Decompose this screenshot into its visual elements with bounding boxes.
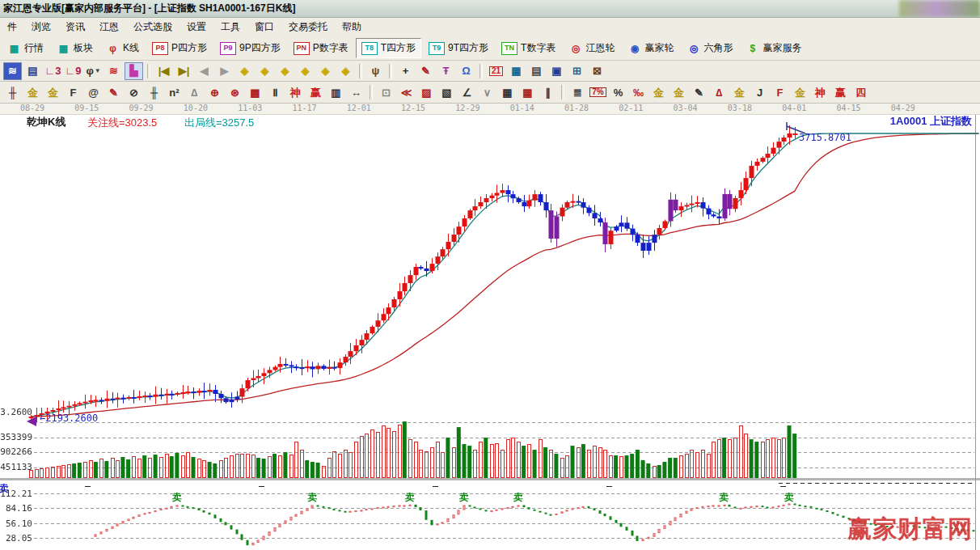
shen-tool-icon[interactable]: 神 — [286, 83, 305, 101]
copy-icon[interactable]: ⊞ — [568, 62, 586, 80]
toolbar-button-六角形[interactable]: ◎六角形 — [681, 38, 738, 58]
stats-panel-icon[interactable]: ≣ — [568, 83, 587, 101]
pencil-ruler-icon[interactable]: ✎ — [104, 83, 123, 101]
toolbar-button-T四方形[interactable]: T8T四方形 — [356, 38, 421, 58]
double-tick-icon[interactable]: Ⅱ — [266, 83, 285, 101]
toolbar-button-江恩轮[interactable]: ◎江恩轮 — [563, 38, 620, 58]
fan-box2-icon[interactable]: ▧ — [437, 83, 456, 101]
wave9-icon[interactable]: ∟9 — [64, 62, 82, 80]
spiderweb-icon[interactable]: ⊛ — [226, 83, 244, 101]
overview-icon[interactable]: ≋ — [3, 62, 22, 80]
win-tool-icon[interactable]: 赢 — [306, 83, 325, 101]
toolbar-button-9P四方形[interactable]: P99P四方形 — [214, 38, 286, 58]
percent7-icon[interactable]: 7% — [589, 83, 607, 101]
parallel-lines-icon[interactable]: ∥ — [539, 83, 557, 101]
diamond-star-icon[interactable]: ◈ — [316, 62, 335, 80]
percent-icon[interactable]: % — [609, 83, 627, 101]
j-angle-icon[interactable]: J — [750, 83, 769, 101]
prev-icon[interactable]: ◀ — [195, 62, 213, 80]
fibonacci-icon[interactable]: F — [64, 83, 82, 101]
diamond-center-icon[interactable]: ◈ — [296, 62, 315, 80]
shen-angle-icon[interactable]: 神 — [811, 83, 830, 101]
zigzag-icon[interactable]: ≋ — [104, 62, 123, 80]
four-angle-icon[interactable]: 四 — [851, 83, 870, 101]
fan-lines-icon[interactable]: ≪ — [397, 83, 416, 101]
menu-item-2[interactable]: 资讯 — [58, 18, 92, 36]
gold-level-icon[interactable]: 金 — [670, 83, 688, 101]
menu-item-8[interactable]: 交易委托 — [281, 18, 335, 36]
hash-ruler-icon[interactable]: ╫ — [145, 83, 163, 101]
mark-pencil-icon[interactable]: ✎ — [690, 83, 708, 101]
menu-item-1[interactable]: 浏览 — [24, 18, 58, 36]
last-page-icon[interactable]: ▶| — [175, 62, 193, 80]
gold-circle-icon[interactable]: 金 — [649, 83, 668, 101]
print-icon[interactable]: ⊠ — [588, 62, 606, 80]
toolbar-button-label: T四方形 — [381, 41, 416, 55]
calculator-icon[interactable]: ▦ — [507, 62, 526, 80]
wave3-icon[interactable]: ∟3 — [44, 62, 62, 80]
toolbar-button-板块[interactable]: ▦板块 — [51, 38, 99, 58]
win-angle-icon[interactable]: 赢 — [831, 83, 850, 101]
hand-icon[interactable]: ψ — [366, 62, 385, 80]
report-icon[interactable]: ▤ — [23, 62, 42, 80]
menu-item-6[interactable]: 工具 — [213, 18, 247, 36]
fan-box-icon[interactable]: ▨ — [417, 83, 436, 101]
crosshair-icon-glyph: + — [403, 66, 409, 76]
gold-angle-icon[interactable]: 金 — [791, 83, 809, 101]
mind-icon[interactable]: Ω — [457, 62, 475, 80]
menu-item-0[interactable]: 件 — [0, 18, 24, 36]
ruler123-icon[interactable]: ▥ — [327, 83, 345, 101]
crosshair-icon[interactable]: + — [396, 62, 415, 80]
menu-item-5[interactable]: 设置 — [180, 18, 213, 36]
menu-item-4[interactable]: 公式选股 — [126, 18, 180, 36]
titlebar[interactable]: 家江恩专业版[赢家内部服务平台] - [上证指数 SH1A0001-167日K线… — [0, 0, 980, 18]
toolbar-button-K线[interactable]: φK线 — [100, 38, 145, 58]
toolbar-button-行情[interactable]: ▦行情 — [2, 38, 49, 58]
diamond-right-icon[interactable]: ◈ — [256, 62, 274, 80]
gold-under-icon[interactable]: 金 — [730, 83, 749, 101]
grid-web-icon[interactable]: ▩ — [246, 83, 264, 101]
P8-badge-icon: P8 — [152, 42, 168, 55]
gold-gate-icon[interactable]: 金 — [23, 83, 42, 101]
toolbar-button-赢家轮[interactable]: ◉赢家轮 — [622, 38, 679, 58]
江恩轮-icon: ◎ — [568, 42, 582, 54]
menu-item-3[interactable]: 江恩 — [92, 18, 126, 36]
square-number-icon[interactable]: n² — [165, 83, 184, 101]
menu-item-9[interactable]: 帮助 — [335, 18, 369, 36]
ruler-icon[interactable]: ╫ — [3, 83, 22, 101]
toolbar-button-赢家服务[interactable]: $赢家服务 — [740, 38, 807, 58]
price-grid-icon[interactable]: ▦ — [498, 83, 517, 101]
first-page-icon[interactable]: |◀ — [154, 62, 173, 80]
vee-pattern-icon[interactable]: ∨ — [478, 83, 496, 101]
toolbar-button-P数字表[interactable]: PNP数字表 — [288, 38, 354, 58]
toolbar-button-P四方形[interactable]: P8P四方形 — [146, 38, 213, 58]
notes-icon[interactable]: ▤ — [527, 62, 546, 80]
trendline-icon[interactable]: ✎ — [416, 62, 435, 80]
save-icon[interactable]: ▣ — [547, 62, 566, 80]
diamond-expand-icon[interactable]: ◈ — [276, 62, 294, 80]
calendar-icon[interactable]: 21 — [487, 62, 505, 80]
diamond-grid-icon[interactable]: ◈ — [336, 62, 355, 80]
next-icon[interactable]: ▶ — [215, 62, 234, 80]
time-grid-icon[interactable]: ▦ — [518, 83, 537, 101]
angle-mirror-icon[interactable]: ∆ — [185, 83, 204, 101]
circle-ruler-icon[interactable]: ⊘ — [125, 83, 143, 101]
hash-ruler-icon-glyph: ╫ — [150, 87, 158, 98]
toolbar-button-9T四方形[interactable]: T99T四方形 — [423, 38, 494, 58]
measure-icon[interactable]: ↔ — [347, 83, 365, 101]
overlay-icon[interactable]: ⊡ — [377, 83, 395, 101]
diamond-left-icon[interactable]: ◈ — [235, 62, 254, 80]
toolbar-button-T数字表[interactable]: TNT数字表 — [496, 38, 561, 58]
spiral-icon[interactable]: @ — [84, 83, 103, 101]
colored-bars-icon-glyph: ▙ — [130, 66, 138, 76]
menu-item-7[interactable]: 窗口 — [247, 18, 281, 36]
colored-bars-icon[interactable]: ▙ — [125, 62, 143, 80]
compass-icon[interactable]: ⊕ — [205, 83, 224, 101]
gold-line-icon[interactable]: 金 — [44, 83, 62, 101]
wave-a-icon[interactable]: ∆ — [710, 83, 729, 101]
gann-tool-icon[interactable]: Ŧ — [437, 62, 455, 80]
permille-icon[interactable]: ‰ — [629, 83, 648, 101]
angle-line-icon[interactable]: ∠ — [458, 83, 476, 101]
candle-type-icon[interactable]: φ▼ — [84, 62, 103, 80]
f-angle-icon[interactable]: F — [771, 83, 789, 101]
